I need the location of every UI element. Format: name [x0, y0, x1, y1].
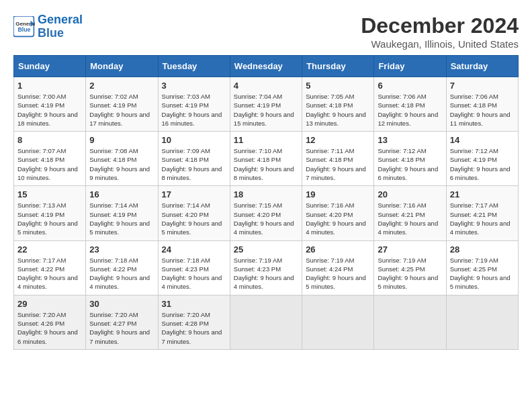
day-info: Sunrise: 7:17 AM Sunset: 4:21 PM Dayligh… [450, 201, 511, 236]
day-number: 31 [162, 299, 226, 309]
day-info: Sunrise: 7:13 AM Sunset: 4:19 PM Dayligh… [17, 201, 78, 236]
calendar-cell: 6Sunrise: 7:06 AM Sunset: 4:18 PM Daylig… [374, 77, 446, 132]
calendar-cell: 12Sunrise: 7:11 AM Sunset: 4:18 PM Dayli… [302, 132, 374, 186]
calendar-cell: 8Sunrise: 7:07 AM Sunset: 4:18 PM Daylig… [14, 132, 86, 186]
calendar-cell: 19Sunrise: 7:16 AM Sunset: 4:20 PM Dayli… [302, 186, 374, 240]
day-info: Sunrise: 7:03 AM Sunset: 4:19 PM Dayligh… [162, 93, 222, 127]
day-info: Sunrise: 7:19 AM Sunset: 4:23 PM Dayligh… [234, 257, 294, 291]
day-info: Sunrise: 7:02 AM Sunset: 4:19 PM Dayligh… [89, 93, 150, 127]
title-area: December 2024 Waukegan, Illinois, United… [361, 13, 519, 50]
day-number: 18 [234, 189, 298, 199]
day-info: Sunrise: 7:17 AM Sunset: 4:22 PM Dayligh… [17, 257, 78, 291]
weekday-header-sunday: Sunday [14, 56, 86, 77]
day-number: 11 [234, 135, 298, 145]
day-info: Sunrise: 7:20 AM Sunset: 4:27 PM Dayligh… [89, 311, 150, 345]
calendar-cell: 11Sunrise: 7:10 AM Sunset: 4:18 PM Dayli… [230, 132, 302, 186]
weekday-header-friday: Friday [374, 56, 446, 77]
day-number: 26 [306, 244, 370, 255]
header: General Blue GeneralBlue December 2024 W… [13, 13, 519, 50]
weekday-header-tuesday: Tuesday [158, 56, 230, 77]
day-number: 13 [378, 135, 442, 145]
calendar-cell: 4Sunrise: 7:04 AM Sunset: 4:19 PM Daylig… [230, 77, 302, 132]
day-number: 20 [378, 189, 442, 199]
day-number: 17 [162, 189, 226, 199]
calendar-cell: 27Sunrise: 7:19 AM Sunset: 4:25 PM Dayli… [374, 240, 446, 295]
day-info: Sunrise: 7:06 AM Sunset: 4:18 PM Dayligh… [450, 93, 511, 127]
day-info: Sunrise: 7:19 AM Sunset: 4:25 PM Dayligh… [450, 257, 511, 291]
logo-text: GeneralBlue [38, 13, 83, 40]
day-info: Sunrise: 7:06 AM Sunset: 4:18 PM Dayligh… [378, 93, 438, 127]
calendar-week-row: 15Sunrise: 7:13 AM Sunset: 4:19 PM Dayli… [14, 186, 519, 240]
day-number: 10 [162, 135, 226, 145]
calendar-cell: 18Sunrise: 7:15 AM Sunset: 4:20 PM Dayli… [230, 186, 302, 240]
day-number: 27 [378, 244, 442, 255]
calendar-cell [446, 295, 518, 349]
calendar-cell: 29Sunrise: 7:20 AM Sunset: 4:26 PM Dayli… [14, 295, 86, 349]
calendar-cell: 24Sunrise: 7:18 AM Sunset: 4:23 PM Dayli… [158, 240, 230, 295]
day-info: Sunrise: 7:12 AM Sunset: 4:19 PM Dayligh… [450, 147, 511, 181]
calendar-cell: 25Sunrise: 7:19 AM Sunset: 4:23 PM Dayli… [230, 240, 302, 295]
weekday-header-row: SundayMondayTuesdayWednesdayThursdayFrid… [14, 56, 519, 77]
day-number: 6 [378, 81, 442, 91]
calendar-cell: 30Sunrise: 7:20 AM Sunset: 4:27 PM Dayli… [86, 295, 158, 349]
day-number: 15 [17, 189, 82, 199]
calendar-cell: 14Sunrise: 7:12 AM Sunset: 4:19 PM Dayli… [446, 132, 518, 186]
day-info: Sunrise: 7:19 AM Sunset: 4:25 PM Dayligh… [378, 257, 438, 291]
calendar-cell: 23Sunrise: 7:18 AM Sunset: 4:22 PM Dayli… [86, 240, 158, 295]
day-number: 29 [17, 299, 82, 309]
day-info: Sunrise: 7:20 AM Sunset: 4:28 PM Dayligh… [162, 311, 222, 345]
calendar-cell: 21Sunrise: 7:17 AM Sunset: 4:21 PM Dayli… [446, 186, 518, 240]
calendar-cell: 5Sunrise: 7:05 AM Sunset: 4:18 PM Daylig… [302, 77, 374, 132]
day-number: 1 [17, 81, 82, 91]
calendar-cell: 9Sunrise: 7:08 AM Sunset: 4:18 PM Daylig… [86, 132, 158, 186]
day-info: Sunrise: 7:19 AM Sunset: 4:24 PM Dayligh… [306, 257, 366, 291]
day-number: 9 [89, 135, 154, 145]
calendar-cell: 13Sunrise: 7:12 AM Sunset: 4:18 PM Dayli… [374, 132, 446, 186]
calendar-cell: 31Sunrise: 7:20 AM Sunset: 4:28 PM Dayli… [158, 295, 230, 349]
weekday-header-wednesday: Wednesday [230, 56, 302, 77]
calendar-cell: 20Sunrise: 7:16 AM Sunset: 4:21 PM Dayli… [374, 186, 446, 240]
main-title: December 2024 [361, 13, 519, 38]
calendar-cell: 26Sunrise: 7:19 AM Sunset: 4:24 PM Dayli… [302, 240, 374, 295]
day-number: 4 [234, 81, 298, 91]
day-info: Sunrise: 7:14 AM Sunset: 4:19 PM Dayligh… [89, 201, 150, 236]
day-number: 2 [89, 81, 154, 91]
day-info: Sunrise: 7:16 AM Sunset: 4:20 PM Dayligh… [306, 201, 366, 236]
calendar-cell: 3Sunrise: 7:03 AM Sunset: 4:19 PM Daylig… [158, 77, 230, 132]
calendar-week-row: 8Sunrise: 7:07 AM Sunset: 4:18 PM Daylig… [14, 132, 519, 186]
svg-text:Blue: Blue [17, 26, 30, 33]
day-info: Sunrise: 7:08 AM Sunset: 4:18 PM Dayligh… [89, 147, 150, 181]
day-number: 30 [89, 299, 154, 309]
day-number: 22 [17, 244, 82, 255]
day-number: 14 [450, 135, 515, 145]
day-info: Sunrise: 7:15 AM Sunset: 4:20 PM Dayligh… [234, 201, 294, 236]
weekday-header-saturday: Saturday [446, 56, 518, 77]
day-number: 5 [306, 81, 370, 91]
day-info: Sunrise: 7:14 AM Sunset: 4:20 PM Dayligh… [162, 201, 222, 236]
day-info: Sunrise: 7:12 AM Sunset: 4:18 PM Dayligh… [378, 147, 438, 181]
day-info: Sunrise: 7:05 AM Sunset: 4:18 PM Dayligh… [306, 93, 366, 127]
day-info: Sunrise: 7:18 AM Sunset: 4:22 PM Dayligh… [89, 257, 150, 291]
day-info: Sunrise: 7:11 AM Sunset: 4:18 PM Dayligh… [306, 147, 366, 181]
day-number: 8 [17, 135, 82, 145]
calendar-cell: 15Sunrise: 7:13 AM Sunset: 4:19 PM Dayli… [14, 186, 86, 240]
day-number: 12 [306, 135, 370, 145]
calendar-week-row: 1Sunrise: 7:00 AM Sunset: 4:19 PM Daylig… [14, 77, 519, 132]
calendar-table: SundayMondayTuesdayWednesdayThursdayFrid… [13, 55, 519, 350]
day-info: Sunrise: 7:04 AM Sunset: 4:19 PM Dayligh… [234, 93, 294, 127]
weekday-header-monday: Monday [86, 56, 158, 77]
day-info: Sunrise: 7:07 AM Sunset: 4:18 PM Dayligh… [17, 147, 78, 181]
logo-icon: General Blue [13, 16, 35, 38]
day-info: Sunrise: 7:09 AM Sunset: 4:18 PM Dayligh… [162, 147, 222, 181]
calendar-cell [374, 295, 446, 349]
day-info: Sunrise: 7:10 AM Sunset: 4:18 PM Dayligh… [234, 147, 294, 181]
day-number: 16 [89, 189, 154, 199]
day-number: 19 [306, 189, 370, 199]
day-number: 23 [89, 244, 154, 255]
logo: General Blue GeneralBlue [13, 13, 83, 40]
calendar-cell: 7Sunrise: 7:06 AM Sunset: 4:18 PM Daylig… [446, 77, 518, 132]
calendar-cell: 10Sunrise: 7:09 AM Sunset: 4:18 PM Dayli… [158, 132, 230, 186]
day-info: Sunrise: 7:20 AM Sunset: 4:26 PM Dayligh… [17, 311, 78, 345]
calendar-cell [302, 295, 374, 349]
day-info: Sunrise: 7:18 AM Sunset: 4:23 PM Dayligh… [162, 257, 222, 291]
